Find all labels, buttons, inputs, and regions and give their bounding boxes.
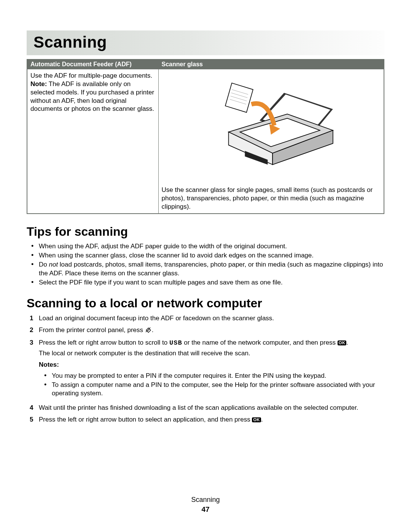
- list-item: Select the PDF file type if you want to …: [37, 278, 384, 287]
- scan-to-heading: Scanning to a local or network computer: [27, 296, 384, 312]
- page-footer: Scanning 47: [0, 495, 411, 514]
- list-item: Wait until the printer has finished down…: [37, 403, 384, 413]
- tip-text-post: load postcards, photos, small items, tra…: [39, 261, 383, 276]
- list-item: To assign a computer name and a PIN to t…: [50, 380, 384, 398]
- scanner-glass-illustration: [162, 72, 381, 186]
- ok-button-icon: OK: [252, 417, 261, 422]
- step-text: From the printer control panel, press: [39, 326, 145, 334]
- step-text: or the name of the network computer, and…: [182, 339, 338, 346]
- list-item: Press the left or right arrow button to …: [37, 338, 384, 401]
- notes-label: Notes:: [39, 361, 384, 369]
- list-item: Press the left or right arrow button to …: [37, 415, 384, 425]
- step-subtext: The local or network computer is the des…: [39, 349, 384, 358]
- step-text: Press the left or right arrow button to …: [39, 339, 169, 346]
- tip-text: When using the scanner glass, close the …: [39, 252, 314, 259]
- list-item: You may be prompted to enter a PIN if th…: [50, 371, 384, 380]
- table-header-adf: Automatic Document Feeder (ADF): [27, 59, 158, 69]
- scanner-options-table: Automatic Document Feeder (ADF) Scanner …: [27, 59, 384, 214]
- steps-list: Load an original document faceup into th…: [27, 313, 384, 425]
- list-item: When using the scanner glass, close the …: [37, 251, 384, 260]
- tips-list: When using the ADF, adjust the ADF paper…: [27, 242, 384, 287]
- note-text: You may be prompted to enter a PIN if th…: [52, 372, 326, 379]
- scan-button-icon: [145, 327, 152, 335]
- adf-line1: Use the ADF for multiple-page documents.: [30, 72, 155, 80]
- chapter-header-bar: Scanning: [27, 30, 384, 55]
- table-header-glass: Scanner glass: [158, 59, 384, 69]
- list-item: Load an original document faceup into th…: [37, 313, 384, 324]
- tip-text-pre: Do: [39, 261, 49, 268]
- tip-text: Select the PDF file type if you want to …: [39, 279, 283, 286]
- note-label: Note:: [30, 80, 47, 88]
- tips-heading: Tips for scanning: [27, 224, 384, 240]
- table-row: Use the ADF for multiple-page documents.…: [27, 69, 384, 214]
- footer-section: Scanning: [0, 495, 411, 504]
- adf-note: Note: The ADF is available only on selec…: [30, 80, 155, 113]
- printer-scanner-icon: [202, 75, 339, 182]
- glass-caption: Use the scanner glass for single pages, …: [162, 186, 381, 211]
- step-text: Wait until the printer has finished down…: [39, 404, 358, 411]
- note-text: To assign a computer name and a PIN to t…: [52, 381, 375, 397]
- svg-marker-7: [225, 83, 253, 112]
- note-body: The ADF is available only on selected mo…: [30, 80, 154, 112]
- usb-label: USB: [169, 339, 182, 347]
- footer-page-number: 47: [0, 505, 411, 514]
- chapter-title: Scanning: [33, 32, 378, 53]
- list-item: From the printer control panel, press .: [37, 325, 384, 336]
- list-item: When using the ADF, adjust the ADF paper…: [37, 242, 384, 251]
- glass-cell: Use the scanner glass for single pages, …: [158, 69, 384, 214]
- notes-list: You may be prompted to enter a PIN if th…: [39, 371, 384, 398]
- ok-button-icon: OK: [338, 340, 347, 345]
- adf-cell: Use the ADF for multiple-page documents.…: [27, 69, 158, 214]
- step-text: Load an original document faceup into th…: [39, 315, 274, 322]
- list-item: Do not load postcards, photos, small ite…: [37, 260, 384, 278]
- tip-text: When using the ADF, adjust the ADF paper…: [39, 243, 287, 250]
- tip-text-em: not: [49, 261, 58, 268]
- step-text: Press the left or right arrow button to …: [39, 416, 252, 423]
